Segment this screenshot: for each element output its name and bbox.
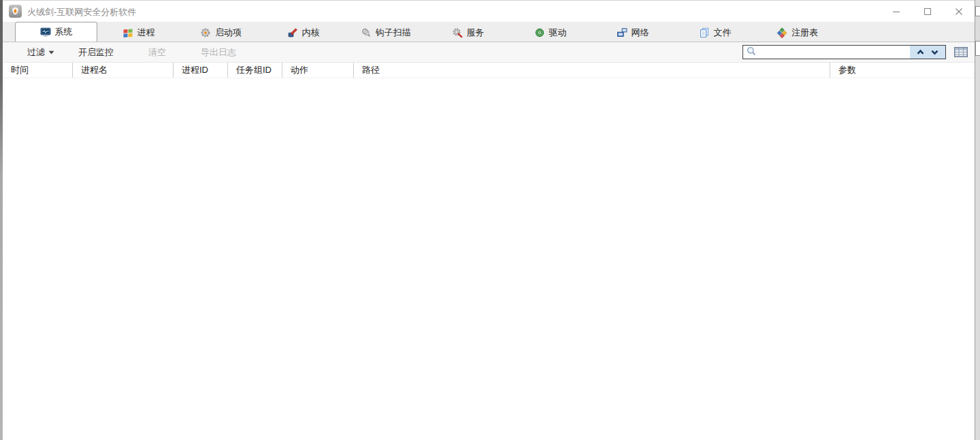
file-icon xyxy=(699,27,710,38)
maximize-icon xyxy=(924,7,932,16)
background-window-fragment xyxy=(975,6,980,16)
tab-label: 系统 xyxy=(55,26,73,38)
column-header-process-id[interactable]: 进程ID xyxy=(174,63,228,78)
close-button[interactable] xyxy=(943,1,975,22)
search-nav-arrows xyxy=(910,46,945,59)
export-log-label: 导出日志 xyxy=(201,46,236,59)
windows-logo-icon xyxy=(122,27,133,38)
search-box xyxy=(742,45,946,59)
column-label: 任务组ID xyxy=(236,65,272,75)
table-body[interactable] xyxy=(3,78,975,440)
tab-driver[interactable]: 驱动 xyxy=(509,23,591,42)
column-label: 路径 xyxy=(362,65,380,75)
service-gear-icon xyxy=(452,27,463,38)
tab-files[interactable]: 文件 xyxy=(674,23,756,42)
tab-system[interactable]: 系统 xyxy=(15,22,97,42)
startup-gear-icon xyxy=(200,27,211,38)
tab-label: 网络 xyxy=(632,27,649,39)
search-icon xyxy=(746,46,757,59)
background-window-fragment xyxy=(975,41,980,56)
search-input[interactable] xyxy=(757,46,910,58)
app-window: 火绒剑-互联网安全分析软件 xyxy=(3,0,975,440)
window-title: 火绒剑-互联网安全分析软件 xyxy=(27,6,136,18)
column-header-path[interactable]: 路径 xyxy=(354,63,830,78)
column-header-time[interactable]: 时间 xyxy=(3,63,73,78)
column-label: 进程ID xyxy=(182,65,208,75)
grid-icon xyxy=(954,47,968,57)
clear-button: 清空 xyxy=(148,42,166,62)
tab-label: 启动项 xyxy=(215,27,242,39)
search-next-button[interactable] xyxy=(930,46,939,59)
chevron-down-icon xyxy=(48,50,54,54)
tab-label: 注册表 xyxy=(791,27,818,39)
tab-label: 内核 xyxy=(302,27,320,39)
tab-hook-scan[interactable]: 钩子扫描 xyxy=(344,23,427,42)
tab-network[interactable]: 网络 xyxy=(591,23,674,42)
chevron-up-icon xyxy=(916,48,925,56)
tab-label: 驱动 xyxy=(549,27,567,39)
tab-label: 服务 xyxy=(467,27,485,39)
minimize-button[interactable] xyxy=(881,1,912,22)
column-label: 动作 xyxy=(291,65,308,75)
column-label: 参数 xyxy=(838,65,856,75)
background-window-right-edge xyxy=(975,0,980,440)
app-logo-icon xyxy=(9,5,22,18)
minimize-icon xyxy=(892,7,900,16)
system-monitor-icon xyxy=(40,27,51,37)
hook-scan-icon xyxy=(361,27,372,38)
close-icon xyxy=(955,7,963,16)
column-header-params[interactable]: 参数 xyxy=(830,63,975,78)
filter-label: 过滤 xyxy=(27,46,45,59)
clear-label: 清空 xyxy=(148,46,166,59)
title-bar: 火绒剑-互联网安全分析软件 xyxy=(3,1,975,22)
column-header-process-name[interactable]: 进程名 xyxy=(73,63,174,78)
column-header-task-group-id[interactable]: 任务组ID xyxy=(228,63,282,78)
start-monitoring-button[interactable]: 开启监控 xyxy=(78,42,114,62)
tab-label: 钩子扫描 xyxy=(376,27,411,39)
tab-registry[interactable]: 注册表 xyxy=(756,23,838,42)
tab-strip: 系统 进程 启动项 xyxy=(3,22,975,42)
kernel-icon xyxy=(287,27,298,38)
maximize-button[interactable] xyxy=(912,1,943,22)
toolbar: 过滤 开启监控 清空 导出日志 xyxy=(3,42,975,63)
column-label: 进程名 xyxy=(81,65,108,75)
table-header-row: 时间 进程名 进程ID 任务组ID 动作 路径 参数 xyxy=(3,63,975,78)
tab-services[interactable]: 服务 xyxy=(427,23,509,42)
network-icon xyxy=(617,27,627,38)
tab-label: 文件 xyxy=(714,27,732,39)
tab-label: 进程 xyxy=(137,27,155,39)
window-controls xyxy=(881,1,975,22)
export-log-button: 导出日志 xyxy=(201,42,236,62)
tab-startup[interactable]: 启动项 xyxy=(180,23,262,42)
filter-button[interactable]: 过滤 xyxy=(27,42,54,62)
column-label: 时间 xyxy=(11,65,29,75)
driver-icon xyxy=(534,27,545,38)
registry-icon xyxy=(777,27,787,38)
search-prev-button[interactable] xyxy=(916,46,925,59)
tab-process[interactable]: 进程 xyxy=(97,23,180,42)
column-header-action[interactable]: 动作 xyxy=(282,63,354,78)
chevron-down-icon xyxy=(930,48,939,56)
tab-kernel[interactable]: 内核 xyxy=(262,23,344,42)
column-settings-button[interactable] xyxy=(952,46,970,59)
start-monitoring-label: 开启监控 xyxy=(78,46,114,59)
